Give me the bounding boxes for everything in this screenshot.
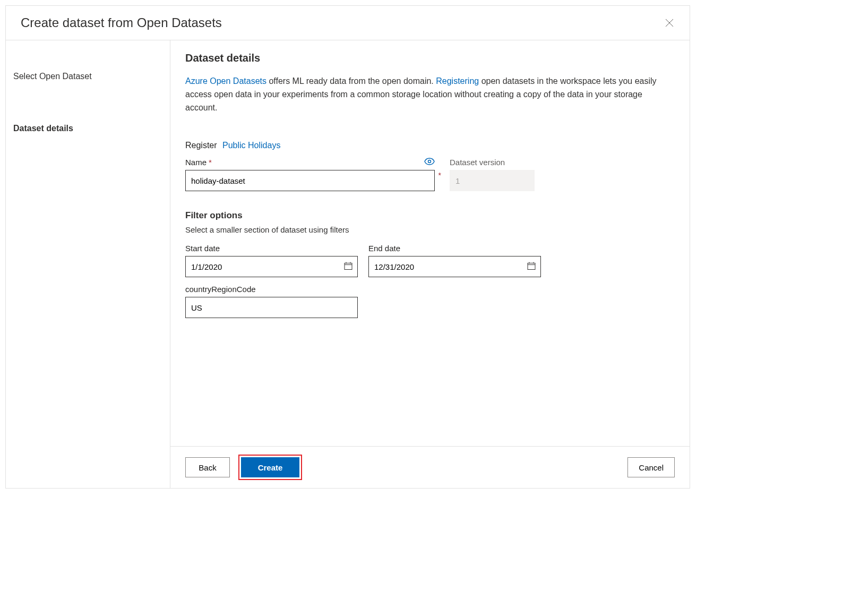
cancel-button[interactable]: Cancel (627, 457, 675, 477)
end-date-input[interactable] (368, 256, 541, 277)
required-asterisk-side: * (438, 171, 441, 179)
dialog-body: Select Open Dataset Dataset details Data… (6, 40, 690, 488)
name-version-row: Name * * Dataset ve (185, 158, 675, 191)
version-field: Dataset version (450, 158, 535, 191)
create-button[interactable]: Create (241, 457, 299, 477)
dialog-footer: Back Create Cancel (170, 446, 690, 488)
register-line: Register Public Holidays (185, 141, 675, 150)
registering-link[interactable]: Registering (436, 76, 479, 85)
date-row: Start date End date (185, 244, 675, 277)
back-button[interactable]: Back (185, 457, 230, 477)
required-asterisk: * (209, 158, 212, 167)
end-date-field: End date (368, 244, 541, 277)
close-button[interactable] (664, 18, 675, 28)
azure-open-datasets-link[interactable]: Azure Open Datasets (185, 76, 266, 85)
start-date-label: Start date (185, 244, 358, 253)
main-panel: Dataset details Azure Open Datasets offe… (170, 40, 690, 488)
wizard-sidebar: Select Open Dataset Dataset details (6, 40, 170, 488)
start-date-field: Start date (185, 244, 358, 277)
close-icon (665, 19, 674, 27)
register-label: Register (185, 141, 217, 150)
intro-text-1: offers ML ready data from the open domai… (266, 76, 436, 85)
sidebar-item-label: Dataset details (13, 124, 73, 133)
name-input[interactable] (185, 170, 435, 191)
name-field: Name * * (185, 158, 435, 191)
country-field: countryRegionCode (185, 285, 675, 318)
version-label: Dataset version (450, 158, 535, 167)
main-content: Dataset details Azure Open Datasets offe… (170, 40, 690, 446)
country-input[interactable] (185, 297, 358, 318)
sidebar-item-dataset-details[interactable]: Dataset details (6, 122, 170, 135)
preview-icon[interactable] (424, 158, 435, 167)
sidebar-item-select-open-dataset[interactable]: Select Open Dataset (6, 70, 170, 83)
start-date-input[interactable] (185, 256, 358, 277)
svg-point-2 (428, 160, 431, 163)
dialog-title: Create dataset from Open Datasets (21, 15, 222, 30)
filter-options-title: Filter options (185, 210, 675, 221)
end-date-label: End date (368, 244, 541, 253)
version-input (450, 170, 535, 191)
create-dataset-dialog: Create dataset from Open Datasets Select… (5, 5, 690, 489)
country-label: countryRegionCode (185, 285, 675, 294)
filter-options-desc: Select a smaller section of dataset usin… (185, 225, 675, 234)
eye-icon (424, 158, 435, 165)
public-holidays-link[interactable]: Public Holidays (222, 141, 280, 150)
sidebar-item-label: Select Open Dataset (13, 72, 92, 81)
section-title: Dataset details (185, 52, 675, 64)
intro-paragraph: Azure Open Datasets offers ML ready data… (185, 75, 675, 114)
dialog-header: Create dataset from Open Datasets (6, 6, 690, 40)
name-label: Name * (185, 158, 212, 167)
create-button-highlight: Create (238, 455, 302, 480)
